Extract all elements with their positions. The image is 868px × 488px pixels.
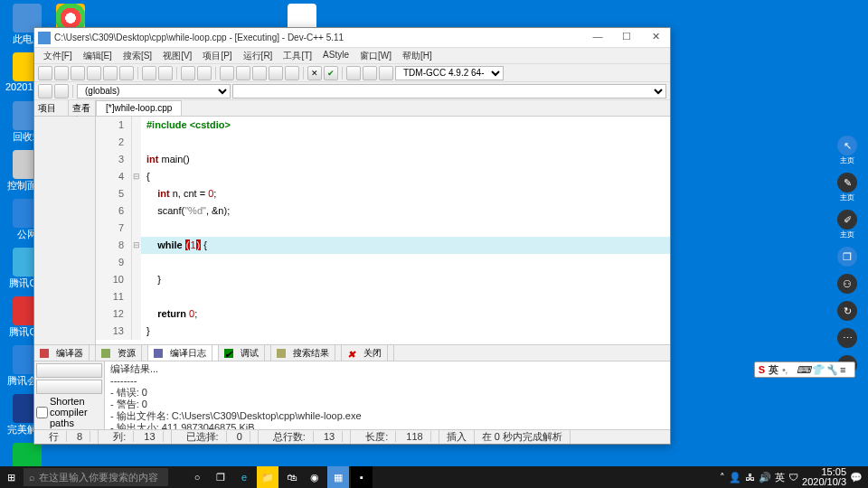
check-icon[interactable]: ✔ [324, 66, 338, 80]
float-brush-icon[interactable]: ✐ [837, 210, 857, 230]
float-more-icon[interactable]: ⋯ [837, 328, 857, 348]
globals-select[interactable]: (globals) [77, 84, 231, 99]
compile-panel: Shorten compiler paths 编译结果... -------- … [34, 361, 670, 429]
side-panel [34, 117, 96, 344]
shorten-paths-check[interactable]: Shorten compiler paths [36, 396, 102, 428]
compile-icon[interactable] [220, 66, 234, 80]
float-window-icon[interactable]: ❐ [837, 247, 857, 267]
clock-date[interactable]: 2020/10/3 [802, 477, 846, 487]
save-icon[interactable] [71, 66, 85, 80]
new-icon[interactable] [38, 66, 52, 80]
menu-help[interactable]: 帮助[H] [397, 48, 438, 63]
stop-icon[interactable]: ✕ [307, 66, 322, 80]
ime-tool-icon[interactable]: 🔧 [826, 364, 836, 375]
ime-punct-icon[interactable]: •, [782, 364, 793, 375]
tab-resources[interactable]: 资源 [96, 345, 148, 361]
separator [72, 85, 73, 98]
debug-icon[interactable] [285, 66, 299, 80]
goto-icon[interactable] [379, 66, 393, 80]
print-icon[interactable] [119, 66, 134, 80]
code-editor[interactable]: 1#include <cstdio> 2 3int main() 4⊟{ 5 i… [96, 117, 670, 344]
app-icon [38, 32, 51, 44]
bottom-tabs: 编译器 资源 编译日志 ✔调试 搜索结果 ✖关闭 [34, 344, 670, 361]
menu-window[interactable]: 窗口[W] [354, 48, 397, 63]
replace-icon[interactable] [197, 66, 212, 80]
search-box[interactable]: ⌕ 在这里输入你要搜索的内容 [24, 468, 168, 486]
separator [342, 67, 343, 80]
ime-toolbar[interactable]: S英 •, ⌨ 👕 🔧 ≡ [754, 361, 855, 378]
abort-button[interactable] [36, 363, 102, 378]
main-area: 1#include <cstdio> 2 3int main() 4⊟{ 5 i… [34, 117, 670, 344]
toolbar-nav: (globals) [34, 82, 670, 100]
task-view-icon[interactable]: ❐ [210, 466, 231, 488]
task-devcpp-icon[interactable]: ▦ [327, 466, 349, 488]
delete-profile-icon[interactable] [363, 66, 377, 80]
toolbar-main: ✕ ✔ TDM-GCC 4.9.2 64-bit Release [34, 64, 670, 82]
task-cortana-icon[interactable]: ○ [186, 466, 208, 488]
tray-volume-icon[interactable]: 🔊 [759, 472, 771, 483]
profile-icon[interactable] [346, 66, 361, 80]
task-edge-icon[interactable]: e [233, 466, 255, 488]
run-icon[interactable] [236, 66, 250, 80]
separator [215, 67, 216, 80]
back-icon[interactable] [38, 84, 52, 99]
task-store-icon[interactable]: 🛍 [280, 466, 302, 488]
close-button[interactable]: ✕ [645, 31, 666, 45]
taskbar: ⊞ ⌕ 在这里输入你要搜索的内容 ○ ❐ e 📁 🛍 ◉ ▦ ▪ ˄ 👤 🖧 🔊… [0, 466, 868, 488]
tab-debug[interactable]: ✔调试 [219, 345, 271, 361]
tray-people-icon[interactable]: 👤 [729, 472, 741, 483]
rebuild-icon[interactable] [269, 66, 283, 80]
system-tray: ˄ 👤 🖧 🔊 英 🛡 15:05 2020/10/3 💬 [720, 467, 868, 487]
task-chrome-icon[interactable]: ◉ [304, 466, 326, 488]
menu-run[interactable]: 运行[R] [238, 48, 278, 63]
saveall-icon[interactable] [87, 66, 101, 80]
tray-shield-icon[interactable]: 🛡 [788, 472, 798, 483]
statusbar: 行 8 列: 13 已选择: 0 总行数: 13 长度: 118 插入 在 0 … [34, 429, 670, 444]
notification-icon[interactable]: 💬 [850, 472, 863, 483]
compiler-select[interactable]: TDM-GCC 4.9.2 64-bit Release [395, 66, 504, 80]
open-icon[interactable] [54, 66, 69, 80]
start-button[interactable]: ⊞ [0, 466, 22, 488]
compile-run-icon[interactable] [252, 66, 267, 80]
find-icon[interactable] [181, 66, 195, 80]
menu-search[interactable]: 搜索[S] [118, 48, 157, 63]
menu-edit[interactable]: 编辑[E] [78, 48, 118, 63]
tray-up-icon[interactable]: ˄ [720, 472, 725, 483]
clear-button[interactable] [36, 380, 102, 394]
compile-output[interactable]: 编译结果... -------- - 错误: 0 - 警告: 0 - 输出文件名… [105, 361, 670, 429]
devcpp-window: C:\Users\C309\Desktop\cpp\while-loop.cpp… [33, 27, 671, 445]
float-cursor-icon[interactable]: ↖ [837, 136, 857, 155]
maximize-button[interactable]: ☐ [616, 31, 637, 45]
window-title: C:\Users\C309\Desktop\cpp\while-loop.cpp… [54, 33, 587, 42]
tray-ime-icon[interactable]: 英 [775, 471, 785, 484]
ime-skin-icon[interactable]: 👕 [811, 364, 822, 375]
task-cmd-icon[interactable]: ▪ [351, 466, 373, 488]
compile-left: Shorten compiler paths [34, 361, 105, 429]
close-file-icon[interactable] [103, 66, 118, 80]
float-group-icon[interactable]: ⚇ [837, 274, 857, 294]
search-icon: ⌕ [29, 472, 35, 483]
task-explorer-icon[interactable]: 📁 [257, 466, 278, 488]
file-tab[interactable]: [*]while-loop.cpp [96, 100, 182, 116]
float-refresh-icon[interactable]: ↻ [837, 301, 857, 321]
menu-tools[interactable]: 工具[T] [278, 48, 317, 63]
tab-close[interactable]: ✖关闭 [342, 345, 394, 361]
function-select[interactable] [232, 84, 666, 99]
menu-astyle[interactable]: AStyle [317, 48, 354, 63]
tab-compile-log[interactable]: 编译日志 [148, 345, 219, 361]
undo-icon[interactable] [142, 66, 156, 80]
tray-network-icon[interactable]: 🖧 [745, 472, 755, 483]
forward-icon[interactable] [54, 84, 69, 99]
tab-compiler[interactable]: 编译器 [34, 345, 96, 361]
ime-menu-icon[interactable]: ≡ [840, 364, 851, 375]
redo-icon[interactable] [158, 66, 173, 80]
tab-search-results[interactable]: 搜索结果 [271, 345, 342, 361]
tab-project[interactable]: 项目管理 [34, 100, 69, 116]
tab-classes[interactable]: 查看类 [69, 100, 96, 116]
menu-file[interactable]: 文件[F] [38, 48, 78, 63]
menu-view[interactable]: 视图[V] [157, 48, 197, 63]
menu-project[interactable]: 项目[P] [197, 48, 237, 63]
minimize-button[interactable]: — [587, 31, 609, 45]
float-pen-icon[interactable]: ✎ [837, 173, 857, 192]
ime-keyboard-icon[interactable]: ⌨ [797, 364, 807, 375]
